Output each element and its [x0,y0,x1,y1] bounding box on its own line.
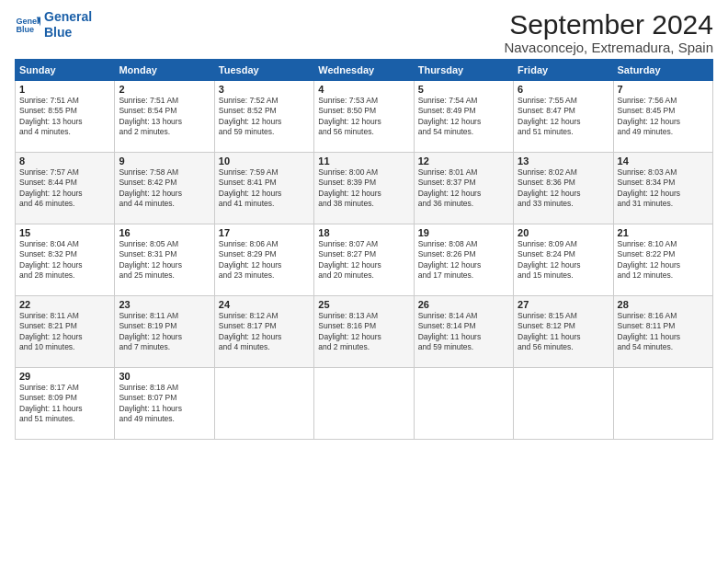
day-info: Sunrise: 8:13 AMSunset: 8:16 PMDaylight:… [318,311,409,353]
day-info: Sunrise: 7:51 AMSunset: 8:54 PMDaylight:… [119,96,210,138]
day-number: 28 [618,299,709,310]
day-info: Sunrise: 7:54 AMSunset: 8:49 PMDaylight:… [418,96,509,138]
day-number: 4 [318,84,409,95]
day-number: 3 [219,84,310,95]
calendar-day-5: 5Sunrise: 7:54 AMSunset: 8:49 PMDaylight… [414,81,513,153]
day-info: Sunrise: 8:07 AMSunset: 8:27 PMDaylight:… [318,239,409,282]
day-number: 13 [518,155,609,167]
day-number: 29 [19,371,110,382]
empty-cell [314,368,414,440]
calendar-day-7: 7Sunrise: 7:56 AMSunset: 8:45 PMDaylight… [613,81,712,153]
day-number: 7 [618,84,709,95]
day-info: Sunrise: 8:14 AMSunset: 8:14 PMDaylight:… [418,311,509,353]
empty-cell [414,368,513,440]
calendar-day-27: 27Sunrise: 8:15 AMSunset: 8:12 PMDayligh… [514,296,613,368]
calendar-day-18: 18Sunrise: 8:07 AMSunset: 8:27 PMDayligh… [314,224,414,296]
day-info: Sunrise: 8:08 AMSunset: 8:26 PMDaylight:… [418,239,509,282]
day-info: Sunrise: 8:05 AMSunset: 8:31 PMDaylight:… [119,239,210,282]
day-info: Sunrise: 8:00 AMSunset: 8:39 PMDaylight:… [318,167,409,210]
day-info: Sunrise: 7:56 AMSunset: 8:45 PMDaylight:… [618,96,709,138]
day-number: 16 [119,227,210,238]
day-info: Sunrise: 8:18 AMSunset: 8:07 PMDaylight:… [119,383,210,425]
day-info: Sunrise: 8:11 AMSunset: 8:19 PMDaylight:… [119,311,210,353]
calendar-day-15: 15Sunrise: 8:04 AMSunset: 8:32 PMDayligh… [16,224,115,296]
column-header-monday: Monday [115,60,214,81]
day-number: 20 [518,227,609,238]
calendar-day-20: 20Sunrise: 8:09 AMSunset: 8:24 PMDayligh… [514,224,613,296]
day-number: 19 [418,227,509,238]
calendar-day-26: 26Sunrise: 8:14 AMSunset: 8:14 PMDayligh… [414,296,513,368]
logo: General Blue General Blue [15,9,92,40]
logo-line2: Blue [44,25,92,40]
day-info: Sunrise: 8:10 AMSunset: 8:22 PMDaylight:… [618,239,709,282]
day-number: 24 [219,299,310,310]
day-info: Sunrise: 8:01 AMSunset: 8:37 PMDaylight:… [418,167,509,210]
calendar-day-2: 2Sunrise: 7:51 AMSunset: 8:54 PMDaylight… [115,81,214,153]
day-number: 17 [219,227,310,238]
empty-cell [613,368,712,440]
day-number: 25 [318,299,409,310]
column-header-friday: Friday [514,60,613,81]
calendar-day-28: 28Sunrise: 8:16 AMSunset: 8:11 PMDayligh… [613,296,712,368]
calendar-header-row: SundayMondayTuesdayWednesdayThursdayFrid… [16,60,713,81]
day-info: Sunrise: 7:51 AMSunset: 8:55 PMDaylight:… [19,96,110,138]
day-number: 14 [618,155,709,167]
day-number: 27 [518,299,609,310]
calendar-day-21: 21Sunrise: 8:10 AMSunset: 8:22 PMDayligh… [613,224,712,296]
day-info: Sunrise: 7:53 AMSunset: 8:50 PMDaylight:… [318,96,409,138]
calendar-day-17: 17Sunrise: 8:06 AMSunset: 8:29 PMDayligh… [214,224,313,296]
day-number: 21 [618,227,709,238]
main-title: September 2024 [504,9,713,40]
svg-text:General: General [16,16,40,25]
calendar-day-6: 6Sunrise: 7:55 AMSunset: 8:47 PMDaylight… [514,81,613,153]
day-number: 2 [119,84,210,95]
calendar-day-13: 13Sunrise: 8:02 AMSunset: 8:36 PMDayligh… [514,153,613,224]
calendar-table: SundayMondayTuesdayWednesdayThursdayFrid… [15,59,713,440]
calendar-day-19: 19Sunrise: 8:08 AMSunset: 8:26 PMDayligh… [414,224,513,296]
calendar-day-1: 1Sunrise: 7:51 AMSunset: 8:55 PMDaylight… [16,81,115,153]
calendar-day-29: 29Sunrise: 8:17 AMSunset: 8:09 PMDayligh… [16,368,115,440]
day-info: Sunrise: 8:02 AMSunset: 8:36 PMDaylight:… [518,167,609,210]
logo-line1: General [44,9,92,25]
day-number: 26 [418,299,509,310]
day-info: Sunrise: 7:57 AMSunset: 8:44 PMDaylight:… [19,167,110,210]
day-number: 23 [119,299,210,310]
header: General Blue General Blue September 2024… [15,9,713,55]
calendar-day-10: 10Sunrise: 7:59 AMSunset: 8:41 PMDayligh… [214,153,313,224]
day-info: Sunrise: 8:04 AMSunset: 8:32 PMDaylight:… [19,239,110,282]
day-number: 12 [418,155,509,167]
day-info: Sunrise: 7:58 AMSunset: 8:42 PMDaylight:… [119,167,210,210]
day-info: Sunrise: 8:03 AMSunset: 8:34 PMDaylight:… [618,167,709,210]
empty-cell [214,368,313,440]
day-number: 5 [418,84,509,95]
day-info: Sunrise: 7:59 AMSunset: 8:41 PMDaylight:… [219,167,310,210]
day-number: 22 [19,299,110,310]
calendar-week-2: 8Sunrise: 7:57 AMSunset: 8:44 PMDaylight… [16,153,713,224]
logo-text: General Blue [44,9,92,40]
day-info: Sunrise: 8:06 AMSunset: 8:29 PMDaylight:… [219,239,310,282]
day-number: 6 [518,84,609,95]
calendar-week-4: 22Sunrise: 8:11 AMSunset: 8:21 PMDayligh… [16,296,713,368]
day-info: Sunrise: 8:15 AMSunset: 8:12 PMDaylight:… [518,311,609,353]
day-number: 8 [19,155,110,167]
calendar-day-9: 9Sunrise: 7:58 AMSunset: 8:42 PMDaylight… [115,153,214,224]
day-number: 18 [318,227,409,238]
column-header-saturday: Saturday [613,60,712,81]
calendar-day-25: 25Sunrise: 8:13 AMSunset: 8:16 PMDayligh… [314,296,414,368]
day-info: Sunrise: 8:11 AMSunset: 8:21 PMDaylight:… [19,311,110,353]
day-number: 30 [119,371,210,382]
day-info: Sunrise: 7:55 AMSunset: 8:47 PMDaylight:… [518,96,609,138]
calendar-day-3: 3Sunrise: 7:52 AMSunset: 8:52 PMDaylight… [214,81,313,153]
day-info: Sunrise: 8:09 AMSunset: 8:24 PMDaylight:… [518,239,609,282]
day-number: 11 [318,155,409,167]
calendar-week-5: 29Sunrise: 8:17 AMSunset: 8:09 PMDayligh… [16,368,713,440]
calendar-day-22: 22Sunrise: 8:11 AMSunset: 8:21 PMDayligh… [16,296,115,368]
day-info: Sunrise: 8:12 AMSunset: 8:17 PMDaylight:… [219,311,310,353]
day-number: 10 [219,155,310,167]
calendar-week-3: 15Sunrise: 8:04 AMSunset: 8:32 PMDayligh… [16,224,713,296]
calendar-day-30: 30Sunrise: 8:18 AMSunset: 8:07 PMDayligh… [115,368,214,440]
calendar-day-23: 23Sunrise: 8:11 AMSunset: 8:19 PMDayligh… [115,296,214,368]
day-info: Sunrise: 7:52 AMSunset: 8:52 PMDaylight:… [219,96,310,138]
day-info: Sunrise: 8:17 AMSunset: 8:09 PMDaylight:… [19,383,110,425]
day-info: Sunrise: 8:16 AMSunset: 8:11 PMDaylight:… [618,311,709,353]
